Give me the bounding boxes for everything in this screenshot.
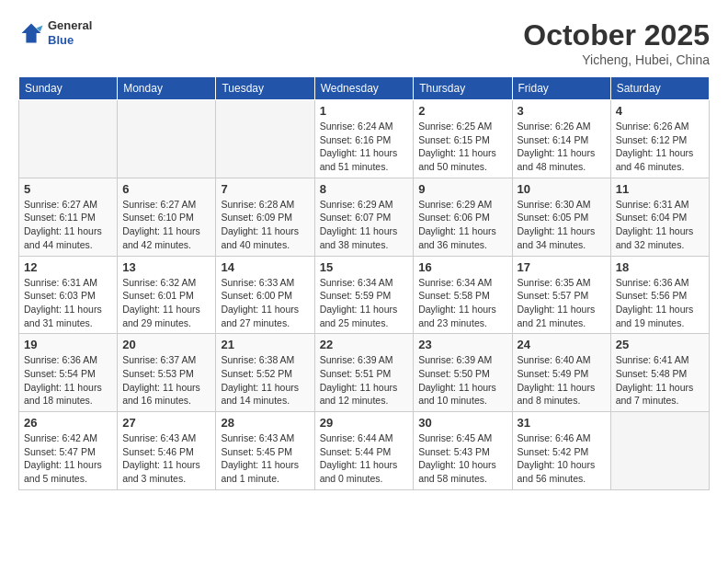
- calendar-cell: 5Sunrise: 6:27 AM Sunset: 6:11 PM Daylig…: [19, 178, 118, 256]
- day-info: Sunrise: 6:26 AM Sunset: 6:14 PM Dayligh…: [518, 120, 606, 174]
- day-info: Sunrise: 6:25 AM Sunset: 6:15 PM Dayligh…: [418, 120, 506, 174]
- month-title: October 2025: [523, 18, 710, 52]
- calendar-week-row: 19Sunrise: 6:36 AM Sunset: 5:54 PM Dayli…: [19, 334, 710, 412]
- day-info: Sunrise: 6:43 AM Sunset: 5:46 PM Dayligh…: [122, 431, 210, 486]
- calendar-cell: 7Sunrise: 6:28 AM Sunset: 6:09 PM Daylig…: [216, 178, 314, 256]
- calendar-cell: 12Sunrise: 6:31 AM Sunset: 6:03 PM Dayli…: [19, 256, 118, 334]
- day-number: 4: [616, 104, 704, 118]
- day-info: Sunrise: 6:28 AM Sunset: 6:09 PM Dayligh…: [221, 198, 309, 252]
- calendar-cell: 28Sunrise: 6:43 AM Sunset: 5:45 PM Dayli…: [216, 412, 314, 490]
- day-number: 5: [24, 182, 112, 196]
- logo-icon: [18, 20, 44, 46]
- calendar-cell: 1Sunrise: 6:24 AM Sunset: 6:16 PM Daylig…: [314, 100, 414, 178]
- day-info: Sunrise: 6:39 AM Sunset: 5:50 PM Dayligh…: [418, 353, 506, 408]
- day-number: 22: [320, 338, 409, 351]
- day-number: 12: [24, 260, 112, 274]
- day-number: 20: [122, 338, 210, 351]
- calendar-cell: 17Sunrise: 6:35 AM Sunset: 5:57 PM Dayli…: [512, 256, 610, 334]
- calendar-cell: 23Sunrise: 6:39 AM Sunset: 5:50 PM Dayli…: [414, 334, 512, 412]
- logo-text: General Blue: [48, 18, 92, 47]
- day-info: Sunrise: 6:27 AM Sunset: 6:11 PM Dayligh…: [24, 198, 112, 252]
- day-number: 6: [122, 182, 210, 196]
- header-wednesday: Wednesday: [314, 77, 414, 100]
- day-number: 23: [418, 338, 506, 351]
- day-number: 9: [418, 182, 506, 196]
- calendar-week-row: 1Sunrise: 6:24 AM Sunset: 6:16 PM Daylig…: [19, 100, 710, 178]
- day-info: Sunrise: 6:37 AM Sunset: 5:53 PM Dayligh…: [122, 353, 210, 408]
- day-number: 16: [418, 260, 506, 274]
- calendar-cell: [19, 100, 118, 178]
- calendar-cell: 25Sunrise: 6:41 AM Sunset: 5:48 PM Dayli…: [610, 334, 709, 412]
- day-number: 1: [320, 104, 409, 118]
- day-info: Sunrise: 6:36 AM Sunset: 5:54 PM Dayligh…: [24, 353, 112, 408]
- day-info: Sunrise: 6:45 AM Sunset: 5:43 PM Dayligh…: [418, 431, 506, 486]
- calendar-cell: 27Sunrise: 6:43 AM Sunset: 5:46 PM Dayli…: [118, 412, 216, 490]
- header-friday: Friday: [512, 77, 610, 100]
- calendar-header-row: SundayMondayTuesdayWednesdayThursdayFrid…: [19, 77, 710, 100]
- day-number: 14: [221, 260, 309, 274]
- day-number: 17: [518, 260, 606, 274]
- calendar-cell: 19Sunrise: 6:36 AM Sunset: 5:54 PM Dayli…: [19, 334, 118, 412]
- day-number: 27: [122, 416, 210, 430]
- calendar-table: SundayMondayTuesdayWednesdayThursdayFrid…: [18, 76, 710, 490]
- day-info: Sunrise: 6:26 AM Sunset: 6:12 PM Dayligh…: [616, 120, 704, 174]
- calendar-cell: [216, 100, 314, 178]
- day-info: Sunrise: 6:29 AM Sunset: 6:06 PM Dayligh…: [418, 198, 506, 252]
- page-header: General Blue October 2025 Yicheng, Hubei…: [18, 18, 710, 67]
- calendar-week-row: 26Sunrise: 6:42 AM Sunset: 5:47 PM Dayli…: [19, 412, 710, 490]
- calendar-cell: 11Sunrise: 6:31 AM Sunset: 6:04 PM Dayli…: [610, 178, 709, 256]
- calendar-week-row: 5Sunrise: 6:27 AM Sunset: 6:11 PM Daylig…: [19, 178, 710, 256]
- day-number: 2: [418, 104, 506, 118]
- calendar-cell: 13Sunrise: 6:32 AM Sunset: 6:01 PM Dayli…: [118, 256, 216, 334]
- calendar-cell: 26Sunrise: 6:42 AM Sunset: 5:47 PM Dayli…: [19, 412, 118, 490]
- calendar-cell: 20Sunrise: 6:37 AM Sunset: 5:53 PM Dayli…: [118, 334, 216, 412]
- header-tuesday: Tuesday: [216, 77, 314, 100]
- calendar-cell: 30Sunrise: 6:45 AM Sunset: 5:43 PM Dayli…: [414, 412, 512, 490]
- day-number: 8: [320, 182, 409, 196]
- day-info: Sunrise: 6:46 AM Sunset: 5:42 PM Dayligh…: [518, 431, 606, 486]
- calendar-cell: 21Sunrise: 6:38 AM Sunset: 5:52 PM Dayli…: [216, 334, 314, 412]
- day-number: 10: [518, 182, 606, 196]
- day-info: Sunrise: 6:31 AM Sunset: 6:04 PM Dayligh…: [616, 198, 704, 252]
- day-info: Sunrise: 6:31 AM Sunset: 6:03 PM Dayligh…: [24, 276, 112, 330]
- calendar-cell: 9Sunrise: 6:29 AM Sunset: 6:06 PM Daylig…: [414, 178, 512, 256]
- day-number: 18: [616, 260, 704, 274]
- day-number: 31: [518, 416, 606, 430]
- day-info: Sunrise: 6:30 AM Sunset: 6:05 PM Dayligh…: [518, 198, 606, 252]
- logo: General Blue: [18, 18, 92, 47]
- day-info: Sunrise: 6:42 AM Sunset: 5:47 PM Dayligh…: [24, 431, 112, 486]
- day-number: 3: [518, 104, 606, 118]
- day-number: 29: [320, 416, 409, 430]
- day-info: Sunrise: 6:32 AM Sunset: 6:01 PM Dayligh…: [122, 276, 210, 330]
- svg-marker-0: [22, 23, 41, 42]
- day-number: 15: [320, 260, 409, 274]
- calendar-week-row: 12Sunrise: 6:31 AM Sunset: 6:03 PM Dayli…: [19, 256, 710, 334]
- calendar-cell: 22Sunrise: 6:39 AM Sunset: 5:51 PM Dayli…: [314, 334, 414, 412]
- day-number: 21: [221, 338, 309, 351]
- logo-general: General: [48, 18, 92, 33]
- day-info: Sunrise: 6:38 AM Sunset: 5:52 PM Dayligh…: [221, 353, 309, 408]
- calendar-cell: 6Sunrise: 6:27 AM Sunset: 6:10 PM Daylig…: [118, 178, 216, 256]
- day-info: Sunrise: 6:34 AM Sunset: 5:58 PM Dayligh…: [418, 276, 506, 330]
- calendar-cell: 18Sunrise: 6:36 AM Sunset: 5:56 PM Dayli…: [610, 256, 709, 334]
- calendar-cell: 15Sunrise: 6:34 AM Sunset: 5:59 PM Dayli…: [314, 256, 414, 334]
- day-info: Sunrise: 6:40 AM Sunset: 5:49 PM Dayligh…: [518, 353, 606, 408]
- day-info: Sunrise: 6:24 AM Sunset: 6:16 PM Dayligh…: [320, 120, 409, 174]
- day-info: Sunrise: 6:44 AM Sunset: 5:44 PM Dayligh…: [320, 431, 409, 486]
- day-info: Sunrise: 6:43 AM Sunset: 5:45 PM Dayligh…: [221, 431, 309, 486]
- day-info: Sunrise: 6:27 AM Sunset: 6:10 PM Dayligh…: [122, 198, 210, 252]
- day-info: Sunrise: 6:33 AM Sunset: 6:00 PM Dayligh…: [221, 276, 309, 330]
- day-number: 7: [221, 182, 309, 196]
- day-info: Sunrise: 6:34 AM Sunset: 5:59 PM Dayligh…: [320, 276, 409, 330]
- header-sunday: Sunday: [19, 77, 118, 100]
- calendar-cell: 29Sunrise: 6:44 AM Sunset: 5:44 PM Dayli…: [314, 412, 414, 490]
- calendar-cell: 2Sunrise: 6:25 AM Sunset: 6:15 PM Daylig…: [414, 100, 512, 178]
- calendar-cell: 8Sunrise: 6:29 AM Sunset: 6:07 PM Daylig…: [314, 178, 414, 256]
- logo-blue: Blue: [48, 33, 92, 48]
- day-number: 13: [122, 260, 210, 274]
- location: Yicheng, Hubei, China: [523, 52, 710, 67]
- calendar-cell: 24Sunrise: 6:40 AM Sunset: 5:49 PM Dayli…: [512, 334, 610, 412]
- header-saturday: Saturday: [610, 77, 709, 100]
- day-number: 19: [24, 338, 112, 351]
- calendar-cell: 14Sunrise: 6:33 AM Sunset: 6:00 PM Dayli…: [216, 256, 314, 334]
